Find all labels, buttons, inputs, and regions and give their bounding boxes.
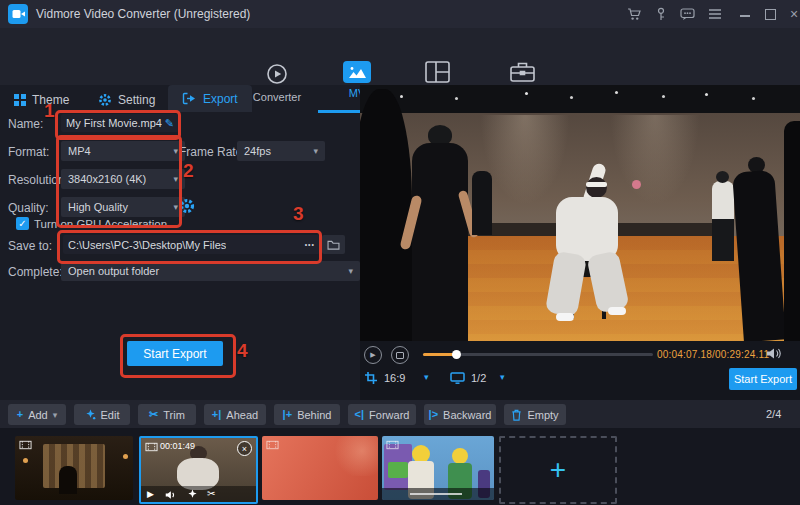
clip-duration: 00:01:49	[160, 441, 195, 451]
dancer-legs	[712, 219, 734, 261]
tab-setting-label: Setting	[118, 93, 155, 107]
snapshot-button[interactable]	[391, 346, 409, 364]
forward-label: Forward	[369, 409, 409, 421]
menu-icon[interactable]	[706, 6, 724, 22]
edit-button[interactable]: Edit	[74, 404, 130, 425]
format-label: Format:	[8, 145, 49, 159]
register-key-icon[interactable]	[652, 6, 670, 22]
chevron-down-icon: ▾	[313, 146, 318, 156]
main-nav: Converter MV Collage Toolbox	[0, 28, 800, 85]
add-clip-slot[interactable]: +	[499, 436, 617, 504]
aspect-caret-icon[interactable]: ▾	[424, 372, 429, 382]
trim-button[interactable]: ✂ Trim	[138, 404, 196, 425]
resolution-dropdown[interactable]: 3840x2160 (4K) ▾	[61, 169, 185, 189]
clip-edit-icon[interactable]	[187, 489, 198, 500]
title-bar: Vidmore Video Converter (Unregistered) ×	[0, 0, 800, 28]
add-button[interactable]: + Add ▾	[8, 404, 66, 425]
clip2-bottom-shade	[141, 486, 256, 502]
forward-button[interactable]: <| Forward	[348, 404, 416, 425]
dancer-silhouette	[712, 181, 734, 221]
ahead-button[interactable]: +| Ahead	[204, 404, 266, 425]
edit-label: Edit	[101, 409, 120, 421]
performer-shoe	[556, 313, 574, 321]
aspect-ratio-icon[interactable]	[364, 371, 378, 384]
format-dropdown[interactable]: MP4 ▾	[61, 141, 185, 161]
play-button[interactable]: ▶	[364, 346, 382, 364]
clip4-head	[452, 448, 468, 464]
tab-export-label: Export	[203, 92, 238, 106]
app-window: Vidmore Video Converter (Unregistered) ×…	[0, 0, 800, 505]
performer-shoe	[608, 307, 626, 315]
scene-ceiling	[360, 85, 800, 113]
toolbox-icon	[510, 61, 535, 82]
open-folder-button[interactable]	[322, 235, 345, 254]
timeline-clip-2-selected[interactable]: 00:01:49 × ▶ ✂	[139, 436, 258, 504]
screen-count-icon[interactable]	[450, 372, 465, 384]
film-icon	[266, 440, 279, 450]
maximize-button[interactable]	[761, 6, 779, 22]
backward-label: Backward	[443, 409, 491, 421]
play-icon: ▶	[370, 351, 375, 359]
seek-handle[interactable]	[452, 350, 461, 359]
browse-ellipsis-button[interactable]: •••	[305, 241, 315, 248]
gpu-checkbox[interactable]: ✓	[16, 217, 29, 230]
collage-icon	[425, 61, 450, 83]
tab-theme[interactable]: Theme	[14, 87, 69, 113]
empty-button[interactable]: Empty	[504, 404, 566, 425]
wall-light	[610, 115, 700, 205]
timeline-clip-4[interactable]	[382, 436, 494, 500]
tab-setting[interactable]: Setting	[98, 87, 155, 113]
scissors-icon: ✂	[149, 409, 158, 420]
framerate-label: Frame Rate:	[179, 145, 246, 159]
tab-export[interactable]: Export	[168, 85, 252, 112]
film-icon	[145, 442, 158, 452]
plus-icon: +	[17, 409, 23, 420]
preview-start-export-button[interactable]: Start Export	[729, 368, 797, 390]
page-caret-icon[interactable]: ▾	[500, 372, 505, 382]
timeline-clip-1[interactable]	[15, 436, 133, 500]
window-title: Vidmore Video Converter (Unregistered)	[36, 7, 250, 21]
advanced-settings-gear-icon[interactable]	[179, 198, 195, 214]
quality-dropdown[interactable]: High Quality ▾	[61, 197, 185, 217]
dancer-silhouette	[360, 89, 412, 341]
timeline-clip-3[interactable]	[262, 436, 378, 500]
store-cart-icon[interactable]	[625, 6, 643, 22]
saveto-label: Save to:	[8, 239, 52, 253]
start-export-button[interactable]: Start Export	[127, 341, 223, 366]
ahead-icon: +|	[212, 409, 222, 420]
saveto-value: C:\Users\PC-3\Desktop\My Files	[68, 239, 226, 251]
rename-pencil-icon[interactable]: ✎	[165, 117, 174, 130]
gpu-label: Turn on GPU Acceleration	[34, 218, 167, 230]
video-preview[interactable]	[360, 85, 800, 341]
clip-play-icon[interactable]: ▶	[147, 489, 154, 499]
volume-icon[interactable]	[766, 347, 781, 360]
app-logo-icon	[8, 4, 28, 24]
minimize-button[interactable]	[736, 8, 754, 24]
tab-converter-label: Converter	[253, 91, 301, 103]
backward-button[interactable]: |> Backward	[424, 404, 496, 425]
chevron-down-icon: ▾	[173, 174, 178, 184]
edit-wand-icon	[85, 409, 96, 420]
name-value: My First Movie.mp4	[66, 117, 162, 129]
scene-pink-prop	[632, 180, 641, 189]
saveto-input[interactable]: C:\Users\PC-3\Desktop\My Files •••	[63, 235, 320, 254]
complete-label: Complete:	[8, 265, 63, 279]
backward-icon: |>	[429, 409, 439, 420]
behind-label: Behind	[297, 409, 331, 421]
chevron-down-icon: ▾	[348, 266, 353, 276]
feedback-icon[interactable]	[678, 6, 696, 22]
framerate-dropdown[interactable]: 24fps ▾	[237, 141, 325, 161]
clip4-screen	[388, 462, 408, 478]
name-input[interactable]: My First Movie.mp4 ✎	[61, 114, 179, 132]
annotation-number-2: 2	[183, 160, 194, 182]
close-button[interactable]: ×	[785, 6, 800, 22]
film-icon	[19, 440, 32, 450]
complete-dropdown[interactable]: Open output folder ▾	[61, 261, 360, 281]
clip1-figure	[59, 466, 77, 494]
export-icon	[182, 92, 197, 105]
behind-button[interactable]: |+ Behind	[274, 404, 340, 425]
clip-trim-icon[interactable]: ✂	[207, 488, 215, 499]
clip-volume-icon[interactable]	[165, 490, 176, 500]
clip-close-button[interactable]: ×	[237, 441, 252, 456]
ceiling-lights	[400, 95, 403, 98]
